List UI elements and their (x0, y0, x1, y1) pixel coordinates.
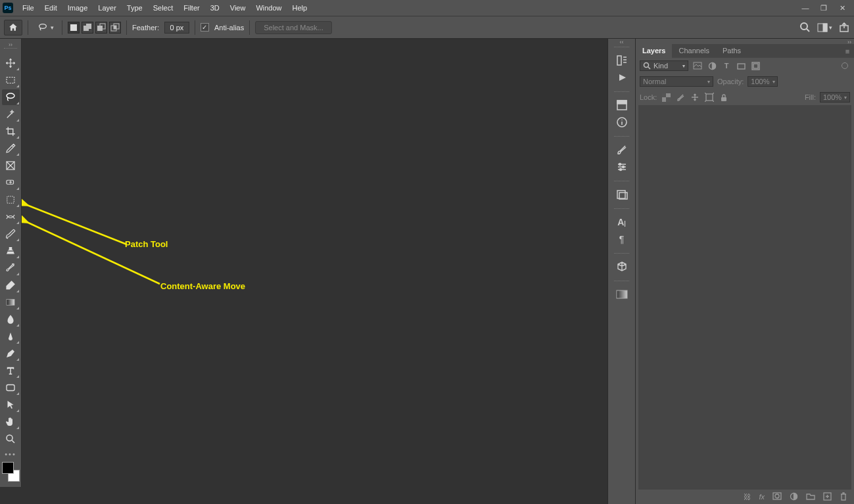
intersect-selection-button[interactable] (109, 22, 121, 34)
history-brush-tool[interactable] (2, 260, 20, 276)
filter-adjustment-icon[interactable] (707, 60, 717, 71)
dodge-tool[interactable] (2, 329, 20, 344)
maximize-button[interactable]: ❐ (815, 0, 833, 16)
lock-image-icon[interactable] (675, 92, 686, 103)
menu-window[interactable]: Window (250, 4, 287, 12)
patch-tool[interactable] (2, 192, 20, 208)
content-aware-move-tool[interactable] (2, 209, 20, 225)
blur-tool[interactable] (2, 311, 20, 327)
dock-collapse-right[interactable]: ›› (636, 39, 854, 44)
new-group-icon[interactable] (806, 492, 815, 501)
new-layer-icon[interactable] (823, 492, 832, 502)
lasso-tool[interactable] (2, 89, 20, 105)
add-selection-button[interactable] (82, 22, 93, 34)
select-and-mask-button[interactable]: Select and Mask... (255, 21, 332, 34)
foreground-color[interactable] (2, 462, 14, 474)
gradient-tool[interactable] (2, 294, 20, 310)
opacity-input[interactable]: 100%▾ (747, 76, 778, 87)
marquee-tool[interactable] (2, 72, 20, 88)
brush-tool[interactable] (2, 226, 20, 242)
link-layers-icon[interactable]: ⛓ (744, 493, 751, 501)
svg-rect-41 (706, 94, 713, 101)
menu-file[interactable]: File (17, 4, 39, 12)
filter-pixel-icon[interactable] (692, 60, 703, 71)
tool-preset-dropdown[interactable]: ▾ (34, 21, 57, 34)
eyedropper-tool[interactable] (2, 141, 20, 156)
add-adjustment-icon[interactable] (790, 492, 798, 502)
antialias-checkbox[interactable]: ✓ (201, 23, 209, 32)
workspace-switcher[interactable]: ▾ (817, 23, 832, 32)
fill-input[interactable]: 100%▾ (820, 92, 850, 103)
path-selection-tool[interactable] (2, 397, 20, 413)
menu-select[interactable]: Select (148, 4, 179, 12)
menu-layer[interactable]: Layer (93, 4, 122, 12)
edit-toolbar-button[interactable]: ••• (5, 450, 16, 458)
lock-artboard-icon[interactable] (704, 92, 715, 103)
canvas-area[interactable] (22, 39, 607, 504)
home-button[interactable] (4, 20, 22, 35)
menu-3d[interactable]: 3D (205, 4, 225, 12)
collapsed-panels-column: ‹‹ A| ¶ (607, 39, 636, 504)
subtract-selection-button[interactable] (95, 22, 107, 34)
new-selection-button[interactable] (68, 22, 80, 34)
healing-brush-tool[interactable] (2, 175, 20, 191)
history-panel-icon[interactable] (610, 52, 634, 69)
tab-channels[interactable]: Channels (672, 44, 715, 58)
menu-filter[interactable]: Filter (178, 4, 204, 12)
magic-wand-tool[interactable] (2, 106, 20, 122)
lock-position-icon[interactable] (690, 92, 700, 103)
search-icon[interactable] (799, 22, 811, 33)
tab-layers[interactable]: Layers (636, 44, 672, 58)
filter-smart-icon[interactable] (750, 60, 761, 71)
clone-stamp-tool[interactable] (2, 243, 20, 259)
filter-shape-icon[interactable] (736, 60, 746, 71)
menu-type[interactable]: Type (122, 4, 148, 12)
filter-toggle[interactable] (840, 60, 850, 71)
shape-tool[interactable] (2, 380, 20, 396)
blend-mode-select[interactable]: Normal▾ (640, 76, 713, 87)
toolbox-expand[interactable]: ›› (0, 41, 21, 47)
menu-bar: Ps File Edit Image Layer Type Select Fil… (0, 0, 854, 16)
filter-type-icon[interactable]: T (721, 60, 732, 71)
menu-view[interactable]: View (225, 4, 251, 12)
svg-point-19 (7, 435, 12, 441)
foreground-background-colors[interactable] (2, 462, 20, 482)
actions-panel-icon[interactable] (610, 69, 634, 86)
properties-panel-icon[interactable] (610, 97, 634, 114)
zoom-tool[interactable] (2, 431, 20, 447)
layer-filter-type[interactable]: Kind▾ (640, 60, 688, 71)
3d-panel-icon[interactable] (610, 258, 634, 275)
menu-image[interactable]: Image (62, 4, 93, 12)
eraser-tool[interactable] (2, 277, 20, 293)
svg-point-0 (39, 24, 47, 28)
swatches-panel-icon[interactable] (610, 286, 634, 303)
move-tool[interactable] (2, 55, 20, 71)
hand-tool[interactable] (2, 414, 20, 430)
minimize-button[interactable]: — (796, 0, 815, 16)
crop-tool[interactable] (2, 124, 20, 139)
menu-help[interactable]: Help (287, 4, 313, 12)
close-button[interactable]: ✕ (833, 0, 851, 16)
brush-settings-panel-icon[interactable] (610, 158, 634, 175)
character-panel-icon[interactable]: A| (610, 214, 634, 231)
share-icon[interactable] (839, 22, 850, 33)
layers-list[interactable] (638, 105, 851, 490)
brushes-panel-icon[interactable] (610, 141, 634, 158)
info-panel-icon[interactable] (610, 114, 634, 131)
dock-collapse-left[interactable]: ‹‹ (620, 39, 624, 44)
type-tool[interactable] (2, 363, 20, 378)
lock-all-icon[interactable] (719, 92, 729, 103)
panel-menu-button[interactable]: ≡ (841, 44, 854, 58)
add-mask-icon[interactable] (772, 492, 782, 501)
fill-label: Fill: (805, 93, 816, 101)
delete-layer-icon[interactable] (840, 492, 847, 502)
libraries-panel-icon[interactable] (610, 186, 634, 203)
paragraph-panel-icon[interactable]: ¶ (610, 231, 634, 248)
lock-transparency-icon[interactable] (661, 92, 671, 103)
frame-tool[interactable] (2, 158, 20, 173)
feather-input[interactable] (164, 22, 189, 34)
menu-edit[interactable]: Edit (39, 4, 62, 12)
pen-tool[interactable] (2, 346, 20, 361)
layer-fx-icon[interactable]: fx (759, 493, 765, 501)
tab-paths[interactable]: Paths (716, 44, 747, 58)
